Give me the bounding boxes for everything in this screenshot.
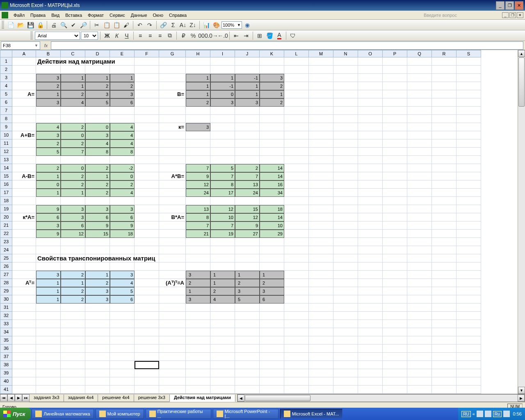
scroll-right-arrow[interactable]: ▶: [518, 395, 525, 402]
row-header-14[interactable]: 14: [0, 164, 12, 172]
row-header-9[interactable]: 9: [0, 123, 12, 131]
cell-J14[interactable]: 2: [235, 164, 260, 172]
taskbar-task-4[interactable]: Microsoft Excel - МАТ...: [280, 409, 343, 419]
cell-C11[interactable]: 2: [61, 139, 85, 148]
currency-button[interactable]: ₽: [179, 31, 188, 40]
cell-J22[interactable]: 27: [235, 230, 260, 238]
cell-C12[interactable]: 7: [61, 148, 85, 156]
cell-B1[interactable]: Действия над матрицами: [36, 57, 159, 66]
row-header-18[interactable]: 18: [0, 197, 12, 205]
cell-H9[interactable]: 3: [186, 123, 210, 131]
row-header-2[interactable]: 2: [0, 66, 12, 74]
tray-icon[interactable]: [503, 411, 510, 417]
cell-K3[interactable]: 3: [260, 74, 284, 82]
undo-button[interactable]: ↶: [135, 21, 144, 30]
cell-H29[interactable]: 1: [186, 287, 210, 295]
help-search-input[interactable]: Введите вопрос: [424, 13, 457, 18]
font-name-combo[interactable]: Arial: [35, 32, 80, 40]
cell-I4[interactable]: -1: [210, 82, 235, 90]
cell-B4[interactable]: 2: [36, 82, 61, 90]
cell-B25[interactable]: Свойства транспонированных матриц: [36, 254, 210, 262]
cell-E17[interactable]: 4: [110, 189, 135, 197]
horizontal-scrollbar[interactable]: ◀ ▶: [237, 394, 525, 402]
toolbar-handle[interactable]: [2, 21, 4, 29]
vscroll-thumb[interactable]: [518, 57, 525, 107]
cell-C27[interactable]: 2: [61, 271, 85, 279]
menu-format[interactable]: Формат: [85, 12, 107, 18]
cell-A15[interactable]: A-B=: [12, 172, 36, 180]
hscroll-thumb[interactable]: [245, 395, 310, 401]
cell-B5[interactable]: 1: [36, 90, 61, 98]
formula-input[interactable]: [51, 41, 523, 50]
row-header-16[interactable]: 16: [0, 180, 12, 189]
cell-D20[interactable]: 6: [85, 213, 110, 221]
tray-icon[interactable]: [477, 411, 483, 417]
cell-J15[interactable]: 7: [235, 172, 260, 180]
cell-H4[interactable]: 1: [186, 82, 210, 90]
row-header-1[interactable]: 1: [0, 57, 12, 66]
cell-I19[interactable]: 12: [210, 205, 235, 213]
cell-E30[interactable]: 6: [110, 295, 135, 304]
cell-G9[interactable]: к=: [159, 123, 186, 131]
cell-C15[interactable]: 2: [61, 172, 85, 180]
cell-I27[interactable]: 1: [210, 271, 235, 279]
column-header-G[interactable]: G: [159, 50, 186, 57]
permission-button[interactable]: 🔒: [36, 21, 45, 30]
close-button[interactable]: ✕: [515, 1, 523, 10]
cell-G20[interactable]: B*A=: [159, 213, 186, 221]
font-size-combo[interactable]: 10: [81, 32, 98, 40]
increase-decimal-button[interactable]: .0→: [208, 31, 217, 40]
cut-button[interactable]: ✂: [92, 21, 101, 30]
cell-D30[interactable]: 3: [85, 295, 110, 304]
cell-H30[interactable]: 3: [186, 295, 210, 304]
name-box[interactable]: F38▼: [1, 41, 40, 50]
cell-K28[interactable]: 2: [260, 279, 284, 287]
mdi-close-button[interactable]: ✕: [517, 12, 523, 18]
cell-E12[interactable]: 8: [110, 148, 135, 156]
row-header-27[interactable]: 27: [0, 271, 12, 279]
cell-G15[interactable]: A*B=: [159, 172, 186, 180]
cell-B28[interactable]: 1: [36, 279, 61, 287]
cell-B16[interactable]: 0: [36, 180, 61, 189]
row-header-34[interactable]: 34: [0, 328, 12, 336]
taskbar-task-3[interactable]: Microsoft PowerPoint - [...: [213, 409, 278, 419]
row-header-6[interactable]: 6: [0, 98, 12, 107]
cell-E27[interactable]: 3: [110, 271, 135, 279]
cell-I6[interactable]: 3: [210, 98, 235, 107]
column-header-L[interactable]: L: [284, 50, 309, 57]
cell-J3[interactable]: -1: [235, 74, 260, 82]
cell-C4[interactable]: 1: [61, 82, 85, 90]
sheet-tab-1[interactable]: задания 4x4: [64, 395, 98, 402]
cell-D11[interactable]: 4: [85, 139, 110, 148]
cell-C16[interactable]: 2: [61, 180, 85, 189]
cell-E28[interactable]: 4: [110, 279, 135, 287]
row-header-28[interactable]: 28: [0, 279, 12, 287]
cell-H28[interactable]: 2: [186, 279, 210, 287]
cell-C5[interactable]: 2: [61, 90, 85, 98]
menu-window[interactable]: Окно: [150, 12, 167, 18]
restore-button[interactable]: ❐: [505, 1, 514, 10]
menu-tools[interactable]: Сервис: [107, 12, 128, 18]
cell-I20[interactable]: 10: [210, 213, 235, 221]
cell-B22[interactable]: 9: [36, 230, 61, 238]
cell-B3[interactable]: 3: [36, 74, 61, 82]
language-indicator-2[interactable]: Ru: [493, 411, 502, 417]
cell-C28[interactable]: 1: [61, 279, 85, 287]
row-header-36[interactable]: 36: [0, 345, 12, 353]
cell-I16[interactable]: 8: [210, 180, 235, 189]
cell-E4[interactable]: 2: [110, 82, 135, 90]
cell-J30[interactable]: 5: [235, 295, 260, 304]
column-header-I[interactable]: I: [210, 50, 235, 57]
cell-B27[interactable]: 3: [36, 271, 61, 279]
cell-K16[interactable]: 16: [260, 180, 284, 189]
cell-B10[interactable]: 3: [36, 131, 61, 139]
row-header-3[interactable]: 3: [0, 74, 12, 82]
cell-J17[interactable]: 24: [235, 189, 260, 197]
underline-button[interactable]: Ч: [122, 31, 131, 40]
drawing-button[interactable]: 🎨: [212, 21, 221, 30]
cell-J4[interactable]: 1: [235, 82, 260, 90]
cell-A10[interactable]: A+B=: [12, 131, 36, 139]
cell-H27[interactable]: 3: [186, 271, 210, 279]
cell-C17[interactable]: 1: [61, 189, 85, 197]
sheet-tab-4[interactable]: Действия над матрицами: [169, 395, 235, 402]
